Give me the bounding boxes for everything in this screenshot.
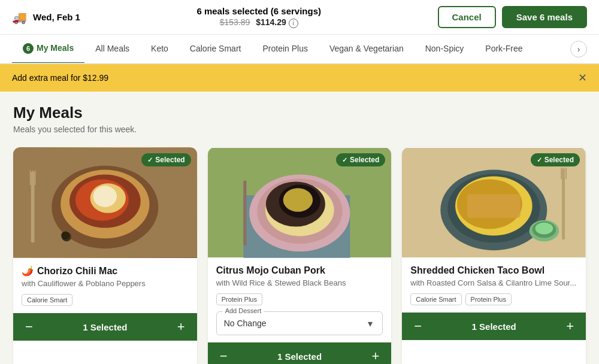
svg-rect-21	[243, 180, 246, 245]
tag-calorie-smart-1: Calorie Smart	[22, 294, 72, 306]
selected-label-chicken: Selected	[544, 156, 574, 164]
check-icon: ✓	[147, 156, 153, 164]
increase-quantity-citrus[interactable]: +	[368, 348, 383, 364]
add-dessert-section: Add Dessert No Change Add Dessert	[216, 311, 383, 335]
svg-point-6	[93, 186, 117, 207]
tab-all-meals-label: All Meals	[95, 44, 129, 53]
tab-protein-plus-label: Protein Plus	[262, 44, 307, 53]
svg-point-20	[283, 188, 312, 212]
info-icon[interactable]: i	[289, 19, 298, 28]
tab-vegan-label: Vegan & Vegetarian	[329, 44, 404, 53]
tab-my-meals-label: My Meals	[37, 43, 74, 53]
meal-card-body-citrus: Citrus Mojo Cuban Pork with Wild Rice & …	[208, 258, 392, 342]
my-meals-badge: 6	[23, 43, 34, 54]
tab-my-meals[interactable]: 6My Meals	[12, 35, 84, 64]
meal-tags-chicken: Calorie Smart Protein Plus	[410, 293, 577, 305]
svg-rect-8	[30, 171, 31, 186]
decrease-quantity-chicken[interactable]: −	[410, 318, 425, 334]
meal-card-body-chorizo: 🌶️ Chorizo Chili Mac with Cauliflower & …	[13, 258, 197, 313]
svg-rect-34	[565, 168, 567, 180]
meal-footer-chicken: − 1 Selected +	[402, 313, 586, 340]
dessert-select[interactable]: No Change Add Dessert	[224, 318, 376, 328]
section-subtitle: Meals you selected for this week.	[13, 125, 586, 134]
meal-title-chorizo: 🌶️ Chorizo Chili Mac	[22, 265, 189, 277]
tab-calorie-smart-label: Calorie Smart	[190, 44, 241, 53]
header: 🚚 Wed, Feb 1 6 meals selected (6 serving…	[0, 0, 599, 35]
banner-close-button[interactable]: ✕	[578, 71, 587, 84]
tab-keto-label: Keto	[151, 44, 168, 53]
tab-all-meals[interactable]: All Meals	[84, 35, 140, 63]
tab-keto[interactable]: Keto	[140, 35, 179, 63]
meal-title-chicken: Shredded Chicken Taco Bowl	[410, 265, 577, 276]
meal-name-chorizo: Chorizo Chili Mac	[37, 266, 117, 277]
tab-non-spicy[interactable]: Non-Spicy	[415, 35, 475, 63]
meals-grid: ✓ Selected 🌶️ Chorizo Chili Mac with Cau…	[13, 147, 586, 364]
tag-calorie-smart-2: Calorie Smart	[410, 293, 461, 305]
promo-banner: Add extra meal for $12.99 ✕	[0, 64, 599, 92]
svg-rect-33	[563, 168, 564, 180]
nav-scroll-right[interactable]: ›	[570, 41, 587, 57]
banner-text: Add extra meal for $12.99	[12, 73, 108, 83]
svg-point-12	[61, 231, 69, 239]
truck-icon: 🚚	[12, 10, 27, 25]
check-icon-3: ✓	[537, 156, 542, 164]
meal-name-citrus: Citrus Mojo Cuban Pork	[216, 265, 325, 276]
tag-protein-plus-2: Protein Plus	[465, 293, 512, 305]
selected-label-citrus: Selected	[350, 156, 379, 164]
svg-rect-32	[561, 168, 562, 180]
tab-protein-plus[interactable]: Protein Plus	[252, 35, 318, 63]
nav-tabs: 6My Meals All Meals Keto Calorie Smart P…	[0, 35, 599, 64]
quantity-label-chicken: 1 Selected	[472, 321, 516, 332]
header-left: 🚚 Wed, Feb 1	[12, 10, 80, 25]
meal-subtitle-citrus: with Wild Rice & Stewed Black Beans	[216, 278, 383, 287]
original-price: $153.89	[220, 17, 250, 27]
quantity-label-chorizo: 1 Selected	[83, 322, 127, 332]
tab-pork-free-label: Pork-Free	[485, 44, 522, 53]
selected-badge-chorizo: ✓ Selected	[141, 153, 190, 166]
pricing-row: $153.89 $114.29 i	[196, 17, 321, 28]
selected-badge-chicken: ✓ Selected	[531, 153, 580, 166]
main-content: My Meals Meals you selected for this wee…	[0, 92, 599, 364]
svg-rect-10	[35, 171, 36, 186]
svg-point-30	[536, 223, 553, 235]
cancel-button[interactable]: Cancel	[438, 6, 496, 28]
dessert-select-wrapper: No Change Add Dessert	[224, 318, 376, 329]
increase-quantity-chorizo[interactable]: +	[174, 319, 189, 335]
save-button[interactable]: Save 6 meals	[502, 6, 587, 28]
meal-card-body-chicken: Shredded Chicken Taco Bowl with Roasted …	[402, 258, 586, 313]
delivery-date: Wed, Feb 1	[33, 12, 80, 22]
header-center: 6 meals selected (6 servings) $153.89 $1…	[196, 6, 321, 28]
meal-image-chicken: ✓ Selected	[402, 147, 586, 258]
tab-non-spicy-label: Non-Spicy	[425, 44, 464, 53]
meal-image-citrus: ✓ Selected	[208, 147, 392, 258]
meal-name-chicken: Shredded Chicken Taco Bowl	[410, 265, 544, 276]
selected-badge-citrus: ✓ Selected	[336, 153, 385, 166]
meal-card-citrus: ✓ Selected Citrus Mojo Cuban Pork with W…	[208, 147, 392, 364]
meal-card-chorizo: ✓ Selected 🌶️ Chorizo Chili Mac with Cau…	[13, 147, 197, 364]
decrease-quantity-chorizo[interactable]: −	[22, 319, 37, 335]
tab-pork-free[interactable]: Pork-Free	[474, 35, 533, 63]
meal-tags-chorizo: Calorie Smart	[22, 294, 189, 306]
header-right: Cancel Save 6 meals	[438, 6, 587, 28]
svg-rect-27	[467, 194, 521, 218]
chili-emoji: 🌶️	[22, 265, 34, 277]
meal-title-citrus: Citrus Mojo Cuban Pork	[216, 265, 383, 276]
meal-footer-citrus: − 1 Selected +	[208, 342, 392, 364]
meal-image-chorizo: ✓ Selected	[13, 147, 197, 258]
meal-card-chicken: ✓ Selected Shredded Chicken Taco Bowl wi…	[402, 147, 586, 364]
tab-calorie-smart[interactable]: Calorie Smart	[179, 35, 252, 63]
meals-selected-label: 6 meals selected (6 servings)	[196, 6, 321, 16]
quantity-label-citrus: 1 Selected	[277, 351, 322, 362]
add-dessert-label: Add Dessert	[223, 307, 264, 314]
meal-subtitle-chicken: with Roasted Corn Salsa & Cilantro Lime …	[410, 278, 577, 287]
selected-label-chorizo: Selected	[155, 156, 184, 164]
check-icon-2: ✓	[342, 156, 347, 164]
tab-vegan[interactable]: Vegan & Vegetarian	[319, 35, 415, 63]
section-title: My Meals	[13, 104, 586, 122]
decrease-quantity-citrus[interactable]: −	[216, 348, 231, 364]
new-price: $114.29	[256, 17, 286, 27]
meal-tags-citrus: Protein Plus	[216, 293, 383, 305]
tag-protein-plus-1: Protein Plus	[216, 293, 262, 305]
meal-footer-chorizo: − 1 Selected +	[13, 313, 197, 341]
increase-quantity-chicken[interactable]: +	[562, 318, 577, 334]
